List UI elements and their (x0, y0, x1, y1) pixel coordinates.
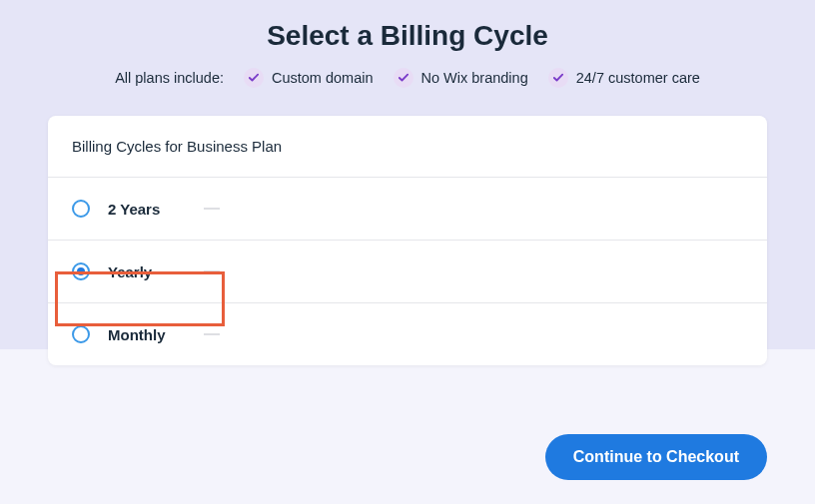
option-2-years[interactable]: 2 Years (48, 178, 767, 241)
dash-icon (204, 270, 220, 272)
check-icon (394, 68, 413, 88)
option-label: 2 Years (108, 201, 186, 218)
radio-icon (72, 200, 90, 218)
features-row: All plans include: Custom domain No Wix … (0, 68, 815, 88)
option-label: Monthly (108, 326, 186, 343)
check-icon (548, 68, 568, 88)
feature-custom-domain: Custom domain (244, 68, 374, 88)
card-title: Billing Cycles for Business Plan (48, 116, 767, 178)
billing-card: Billing Cycles for Business Plan 2 Years… (48, 116, 767, 365)
page-title: Select a Billing Cycle (0, 0, 815, 68)
features-intro: All plans include: (115, 70, 224, 86)
radio-icon (72, 325, 90, 343)
option-yearly[interactable]: Yearly (48, 241, 767, 303)
feature-label: No Wix branding (421, 70, 528, 86)
continue-to-checkout-button[interactable]: Continue to Checkout (545, 434, 767, 480)
feature-no-branding: No Wix branding (394, 68, 528, 88)
dash-icon (204, 208, 220, 210)
radio-icon-selected (72, 262, 90, 280)
option-label: Yearly (108, 263, 186, 280)
feature-label: Custom domain (272, 70, 374, 86)
feature-customer-care: 24/7 customer care (548, 68, 700, 88)
option-monthly[interactable]: Monthly (48, 303, 767, 365)
check-icon (244, 68, 264, 88)
dash-icon (204, 333, 220, 335)
feature-label: 24/7 customer care (576, 70, 700, 86)
content-wrap: Select a Billing Cycle All plans include… (0, 0, 815, 365)
